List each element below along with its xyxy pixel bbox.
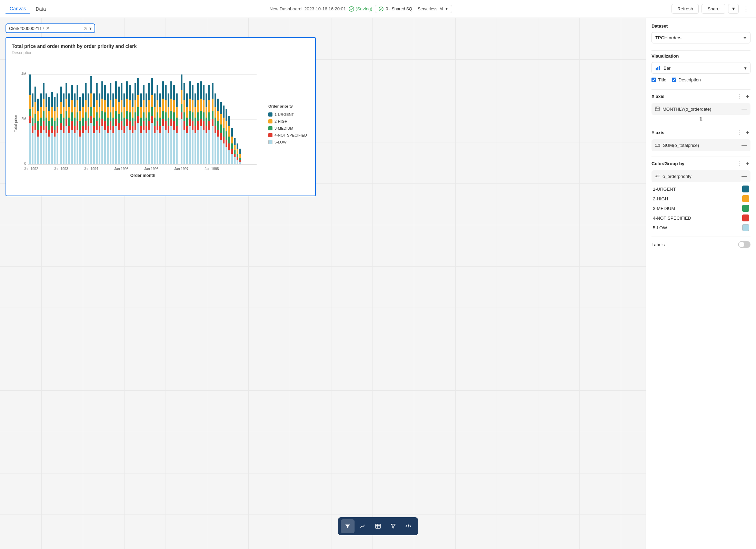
- share-dropdown-button[interactable]: ▼: [728, 4, 739, 14]
- color-swatch-notspecified[interactable]: [742, 214, 749, 221]
- title-checkbox[interactable]: [651, 78, 656, 82]
- legend-swatch-notspecified: [268, 133, 272, 137]
- svg-rect-356: [217, 111, 219, 121]
- x-axis-more-button[interactable]: ⋮: [735, 92, 743, 100]
- svg-rect-219: [140, 126, 142, 133]
- svg-rect-316: [195, 107, 196, 118]
- svg-rect-18: [29, 123, 31, 164]
- legend-label-medium: 3-MEDIUM: [275, 126, 293, 130]
- color-more-button[interactable]: ⋮: [735, 160, 743, 168]
- svg-rect-62: [51, 92, 53, 107]
- svg-rect-314: [195, 126, 196, 133]
- toolbar-funnel-button[interactable]: [386, 519, 400, 533]
- svg-rect-249: [157, 121, 158, 130]
- svg-rect-280: [173, 112, 175, 121]
- filter-chevron-icon[interactable]: ▾: [89, 26, 92, 31]
- color-swatch-urgent[interactable]: [742, 186, 749, 192]
- description-checkbox[interactable]: [672, 78, 676, 82]
- svg-rect-31: [34, 102, 36, 114]
- svg-rect-28: [34, 130, 36, 164]
- filter-remove-button[interactable]: ✕: [46, 26, 50, 31]
- svg-rect-203: [132, 133, 133, 164]
- description-checkbox-label[interactable]: Description: [672, 77, 701, 82]
- tab-canvas[interactable]: Canvas: [6, 4, 30, 14]
- svg-rect-223: [143, 130, 145, 164]
- visualization-section: Visualization Bar ▾ Title Descripti: [651, 53, 750, 82]
- svg-rect-277: [170, 81, 172, 99]
- toolbar-code-button[interactable]: [401, 519, 415, 533]
- svg-rect-43: [43, 130, 44, 164]
- svg-rect-102: [74, 93, 76, 107]
- svg-rect-112: [79, 97, 81, 111]
- svg-text:4M: 4M: [21, 72, 26, 76]
- svg-rect-208: [135, 130, 136, 164]
- dashboard-title: New Dashboard: [269, 6, 301, 11]
- main-layout: Clerk#000002117 ✕ ⊗ ▾ Total price and or…: [0, 18, 756, 549]
- svg-rect-403: [656, 68, 657, 70]
- svg-rect-207: [132, 93, 133, 107]
- svg-rect-75: [60, 114, 62, 123]
- svg-rect-175: [115, 111, 117, 119]
- svg-rect-25: [32, 118, 33, 126]
- toolbar-chart-button[interactable]: [356, 519, 370, 533]
- svg-rect-144: [99, 126, 100, 133]
- svg-rect-209: [135, 121, 136, 130]
- refresh-button[interactable]: Refresh: [672, 4, 699, 14]
- svg-rect-373: [228, 150, 230, 164]
- color-swatch-low[interactable]: [742, 224, 749, 231]
- vis-type-select[interactable]: Bar ▾: [651, 62, 750, 74]
- color-add-button[interactable]: +: [745, 160, 750, 168]
- y-axis-add-button[interactable]: +: [745, 129, 750, 137]
- svg-rect-385: [234, 150, 236, 154]
- color-swatch-medium[interactable]: [742, 205, 749, 212]
- color-field-remove-button[interactable]: —: [742, 173, 747, 179]
- filter-clear-button[interactable]: ⊗: [83, 26, 87, 31]
- y-axis-more-button[interactable]: ⋮: [735, 129, 743, 137]
- filter-input[interactable]: Clerk#000002117 ✕ ⊗ ▾: [6, 23, 95, 33]
- axis-swap-icon[interactable]: ⇅: [651, 115, 750, 123]
- filter-tag: Clerk#000002117 ✕: [9, 26, 50, 31]
- share-button[interactable]: Share: [702, 4, 725, 14]
- toolbar-filter-button[interactable]: [341, 519, 355, 533]
- x-axis-add-button[interactable]: +: [745, 92, 750, 100]
- color-swatch-high[interactable]: [742, 195, 749, 202]
- color-item-low-label: 5-LOW: [653, 225, 667, 230]
- svg-rect-182: [118, 87, 120, 102]
- svg-rect-122: [85, 83, 87, 100]
- more-options-button[interactable]: ⋮: [742, 4, 750, 14]
- svg-rect-303: [189, 126, 191, 164]
- svg-rect-83: [66, 126, 67, 164]
- y-axis-section: Y axis ⋮ + 1.2 SUM(o_totalprice) —: [651, 129, 750, 151]
- y-axis-actions: ⋮ +: [735, 129, 750, 137]
- svg-rect-121: [85, 100, 87, 112]
- toolbar-table-button[interactable]: [371, 519, 385, 533]
- svg-rect-199: [129, 121, 131, 130]
- svg-rect-252: [157, 85, 158, 100]
- svg-rect-370: [226, 131, 227, 140]
- svg-rect-47: [43, 83, 44, 99]
- svg-rect-266: [165, 100, 167, 112]
- svg-rect-49: [46, 126, 47, 133]
- chart-widget: Total price and order month by order pri…: [6, 37, 316, 196]
- x-field-remove-button[interactable]: —: [742, 106, 747, 112]
- dataset-select[interactable]: TPCH orders: [651, 32, 750, 43]
- title-checkbox-label[interactable]: Title: [651, 77, 666, 82]
- dashboard-timestamp: 2023-10-16 16:20:01: [304, 6, 346, 11]
- labels-toggle[interactable]: [738, 241, 750, 248]
- title-label: Title: [658, 77, 666, 82]
- visualization-label: Visualization: [651, 53, 750, 59]
- y-axis-label: Y axis: [651, 130, 664, 135]
- svg-rect-129: [90, 116, 92, 123]
- topbar: Canvas Data New Dashboard 2023-10-16 16:…: [0, 0, 756, 18]
- tab-data[interactable]: Data: [31, 4, 50, 14]
- connection-pill[interactable]: 0 - Shared SQ... Serverless M ▼: [375, 5, 452, 13]
- svg-rect-91: [68, 107, 70, 118]
- canvas-area[interactable]: Clerk#000002117 ✕ ⊗ ▾ Total price and or…: [0, 18, 646, 549]
- svg-rect-109: [79, 130, 81, 137]
- y-field-remove-button[interactable]: —: [742, 142, 747, 148]
- svg-rect-111: [79, 111, 81, 121]
- svg-rect-168: [112, 133, 114, 164]
- svg-rect-92: [68, 93, 70, 107]
- svg-rect-363: [223, 143, 225, 164]
- svg-rect-294: [183, 121, 185, 130]
